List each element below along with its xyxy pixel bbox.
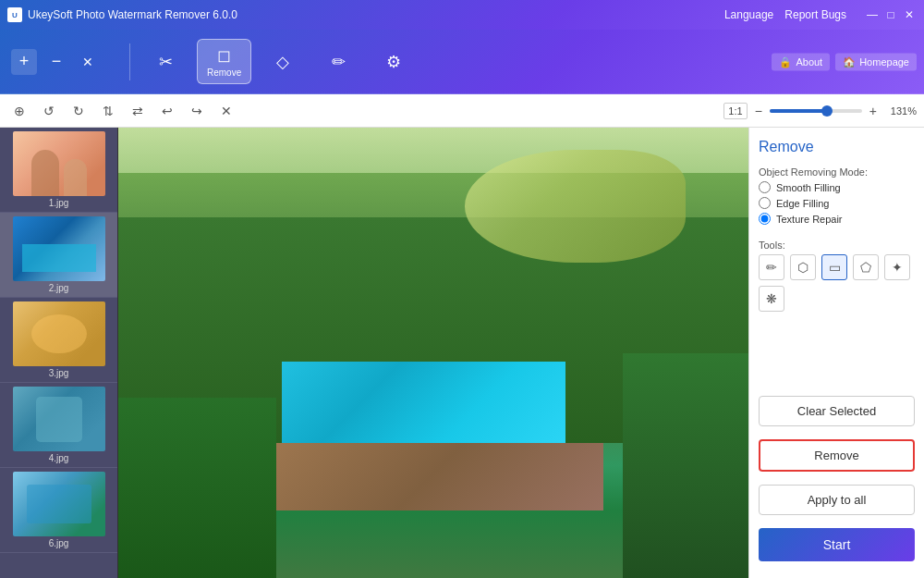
report-bugs-link[interactable]: Report Bugs xyxy=(784,8,846,21)
minimize-button[interactable]: — xyxy=(865,7,880,22)
maximize-button[interactable]: □ xyxy=(883,7,898,22)
thumbnail-item-1[interactable]: 1.jpg xyxy=(0,128,117,213)
toolbar-separator-1 xyxy=(129,43,130,80)
zoom-fit-label[interactable]: 1:1 xyxy=(723,103,747,119)
magic-wand-icon: ✦ xyxy=(892,260,903,275)
thumbnail-image-6 xyxy=(13,472,105,536)
thumbnail-sidebar: 1.jpg 2.jpg 3.jpg 4.jpg xyxy=(0,128,118,578)
thumbnail-item-2[interactable]: 2.jpg xyxy=(0,213,117,298)
zoom-plus-button[interactable]: + xyxy=(866,104,881,118)
redo-button[interactable]: ↪ xyxy=(185,99,209,123)
texture-repair-option[interactable]: Texture Repair xyxy=(759,213,915,225)
edge-filling-label: Edge Filling xyxy=(776,198,829,209)
thumbnail-label-6: 6.jpg xyxy=(49,538,69,548)
mode-section-label: Object Removing Mode: xyxy=(759,166,915,178)
thumbnail-label-4: 4.jpg xyxy=(49,453,69,463)
smooth-filling-option[interactable]: Smooth Filling xyxy=(759,181,915,193)
polygon-icon: ⬠ xyxy=(860,260,871,275)
edit-toolbar: ⊕ ↺ ↻ ⇅ ⇄ ↩ ↪ ✕ 1:1 − + 131% xyxy=(0,94,924,128)
brush-tool-button[interactable]: ✏ xyxy=(759,254,784,280)
apply-to-all-button[interactable]: Apply to all xyxy=(759,485,915,515)
about-homepage-bar: 🔒 About 🏠 Homepage xyxy=(772,53,917,70)
undo-right-button[interactable]: ↻ xyxy=(67,99,91,123)
thumbnail-image-3 xyxy=(13,301,105,366)
crop-tool-button[interactable]: ✂ xyxy=(141,46,189,78)
crop-icon: ✂ xyxy=(159,52,173,72)
smooth-filling-label: Smooth Filling xyxy=(776,182,841,193)
thumbnail-item-4[interactable]: 4.jpg xyxy=(0,383,117,468)
remove-tool-button[interactable]: ◻ Remove xyxy=(197,39,251,84)
zoom-percentage: 131% xyxy=(884,105,917,117)
toolbar-left-actions: + − ✕ xyxy=(11,49,100,75)
lasso-tool-button[interactable]: ⬡ xyxy=(790,254,816,280)
thumbnail-item-3[interactable]: 3.jpg xyxy=(0,298,117,383)
minimize-image-button[interactable]: − xyxy=(44,50,68,74)
remove-icon: ◻ xyxy=(217,45,231,66)
thumbnail-label-2: 2.jpg xyxy=(49,283,69,293)
start-button[interactable]: Start xyxy=(759,528,915,561)
pencil-tool-button[interactable]: ✏ xyxy=(314,46,362,78)
pin-tool-button[interactable]: ⚙ xyxy=(370,46,418,78)
drop-tool-button[interactable]: ◇ xyxy=(259,46,307,78)
homepage-button[interactable]: 🏠 Homepage xyxy=(835,53,917,70)
close-image-button[interactable]: ✕ xyxy=(76,50,100,74)
zoom-slider[interactable] xyxy=(770,109,862,113)
flip-v-button[interactable]: ⇅ xyxy=(96,99,120,123)
brush-icon: ✏ xyxy=(766,260,777,275)
thumbnail-image-1 xyxy=(13,131,105,196)
edge-filling-option[interactable]: Edge Filling xyxy=(759,197,915,209)
zoom-minus-button[interactable]: − xyxy=(751,104,766,118)
title-bar: U UkeySoft Photo Watermark Remover 6.0.0… xyxy=(0,0,924,30)
app-title: UkeySoft Photo Watermark Remover 6.0.0 xyxy=(28,8,237,21)
rect-tool-button[interactable]: ▭ xyxy=(821,254,847,280)
flip-h-button[interactable]: ⇄ xyxy=(126,99,150,123)
thumbnail-label-1: 1.jpg xyxy=(49,198,69,208)
thumbnail-image-4 xyxy=(13,387,105,451)
title-bar-right: Language Report Bugs — □ ✕ xyxy=(724,7,917,22)
tools-section: Tools: ✏ ⬡ ▭ ⬠ ✦ ❋ xyxy=(759,240,915,312)
target-button[interactable]: ⊕ xyxy=(7,99,31,123)
remove-tool-label: Remove xyxy=(207,68,241,78)
add-button[interactable]: + xyxy=(11,49,37,75)
about-button[interactable]: 🔒 About xyxy=(772,53,830,70)
star-icon: ❋ xyxy=(766,291,777,306)
close-mark-button[interactable]: ✕ xyxy=(214,99,238,123)
drop-icon: ◇ xyxy=(276,52,289,72)
polygon-tool-button[interactable]: ⬠ xyxy=(853,254,879,280)
smooth-filling-radio[interactable] xyxy=(759,181,771,193)
panel-title: Remove xyxy=(759,139,915,155)
window-controls: — □ ✕ xyxy=(865,7,917,22)
tools-row: ✏ ⬡ ▭ ⬠ ✦ ❋ xyxy=(759,254,915,312)
zoom-slider-track xyxy=(770,109,825,113)
undo-left-button[interactable]: ↺ xyxy=(37,99,61,123)
panel-spacer xyxy=(759,326,915,388)
texture-repair-radio[interactable] xyxy=(759,213,771,225)
title-bar-left: U UkeySoft Photo Watermark Remover 6.0.0 xyxy=(7,7,237,22)
zoom-controls: 1:1 − + 131% xyxy=(723,103,917,119)
tools-section-label: Tools: xyxy=(759,240,915,251)
clear-selected-button[interactable]: Clear Selected xyxy=(759,396,915,426)
main-area: 1.jpg 2.jpg 3.jpg 4.jpg xyxy=(0,128,924,578)
lasso-icon: ⬡ xyxy=(797,260,808,275)
texture-repair-label: Texture Repair xyxy=(776,214,843,225)
main-toolbar: + − ✕ ✂ ◻ Remove ◇ ✏ ⚙ 🔒 About 🏠 Homepag… xyxy=(0,30,924,94)
pencil-icon: ✏ xyxy=(332,52,346,72)
pin-icon: ⚙ xyxy=(386,52,401,72)
object-removing-mode-section: Object Removing Mode: Smooth Filling Edg… xyxy=(759,166,915,232)
thumbnail-item-6[interactable]: 6.jpg xyxy=(0,468,117,553)
close-button[interactable]: ✕ xyxy=(902,7,917,22)
magic-wand-button[interactable]: ✦ xyxy=(884,254,910,280)
revert-button[interactable]: ↩ xyxy=(155,99,179,123)
zoom-slider-thumb[interactable] xyxy=(821,105,833,117)
app-logo: U xyxy=(7,7,22,22)
language-link[interactable]: Language xyxy=(724,8,773,21)
star-tool-button[interactable]: ❋ xyxy=(759,286,784,312)
mode-radio-group: Smooth Filling Edge Filling Texture Repa… xyxy=(759,181,915,225)
canvas-area[interactable] xyxy=(118,128,748,578)
remove-button[interactable]: Remove xyxy=(759,439,915,472)
lock-icon: 🔒 xyxy=(779,55,792,68)
edge-filling-radio[interactable] xyxy=(759,197,771,209)
thumbnail-image-2 xyxy=(13,216,105,281)
home-icon: 🏠 xyxy=(843,55,856,68)
rect-icon: ▭ xyxy=(829,260,841,275)
